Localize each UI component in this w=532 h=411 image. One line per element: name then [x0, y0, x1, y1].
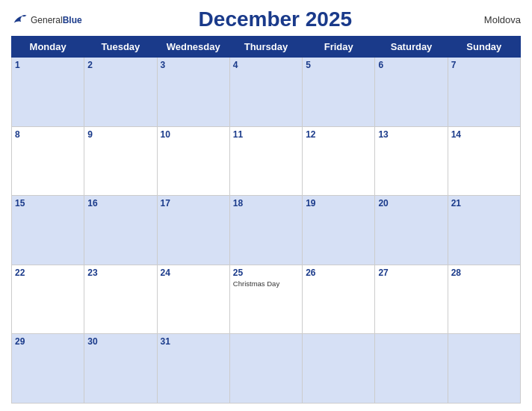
day-number: 27 — [378, 268, 444, 278]
calendar-day-cell: 17 — [157, 196, 229, 265]
day-number: 9 — [87, 129, 153, 140]
calendar-day-cell: 6 — [375, 58, 448, 127]
calendar-day-cell: 25Christmas Day — [229, 265, 302, 334]
calendar-day-cell: 23 — [84, 265, 157, 334]
calendar-day-cell: 8 — [12, 126, 84, 196]
holiday-label: Christmas Day — [233, 279, 299, 288]
day-number: 7 — [451, 60, 517, 70]
weekday-header-sunday: Sunday — [448, 37, 520, 58]
calendar-week-row: 1234567 — [12, 58, 521, 127]
calendar-day-cell: 10 — [157, 126, 229, 196]
calendar-week-row: 15161718192021 — [12, 196, 521, 265]
day-number: 25 — [233, 268, 299, 278]
calendar-day-cell: 5 — [303, 58, 375, 127]
day-number: 28 — [451, 268, 517, 278]
day-number: 2 — [87, 60, 153, 70]
calendar-title: December 2025 — [82, 7, 468, 31]
calendar-day-cell: 29 — [12, 334, 84, 404]
calendar-day-cell: 4 — [229, 58, 302, 127]
weekday-header-tuesday: Tuesday — [84, 37, 157, 58]
logo-general: General — [31, 15, 63, 25]
calendar-day-cell: 13 — [375, 126, 448, 196]
day-number: 31 — [161, 336, 226, 347]
day-number: 3 — [161, 60, 226, 70]
calendar-day-cell — [375, 334, 448, 404]
day-number: 23 — [87, 268, 153, 278]
country-label: Moldova — [468, 14, 521, 25]
calendar-day-cell: 21 — [448, 196, 520, 265]
day-number: 18 — [233, 198, 299, 208]
calendar-day-cell: 12 — [303, 126, 375, 196]
logo-blue: Blue — [63, 15, 82, 25]
day-number: 20 — [378, 198, 444, 208]
calendar-day-cell: 22 — [12, 265, 84, 334]
calendar-day-cell: 7 — [448, 58, 520, 127]
day-number: 14 — [451, 129, 517, 140]
weekday-header-wednesday: Wednesday — [157, 37, 229, 58]
day-number: 8 — [15, 129, 81, 140]
calendar-day-cell: 26 — [303, 265, 375, 334]
weekday-header-row: MondayTuesdayWednesdayThursdayFridaySatu… — [12, 37, 521, 58]
weekday-header-friday: Friday — [303, 37, 375, 58]
day-number: 6 — [378, 60, 444, 70]
day-number: 5 — [306, 60, 371, 70]
day-number: 15 — [15, 198, 81, 208]
calendar-day-cell: 2 — [84, 58, 157, 127]
calendar-day-cell: 31 — [157, 334, 229, 404]
calendar-day-cell: 27 — [375, 265, 448, 334]
day-number: 4 — [233, 60, 299, 70]
calendar-header: GeneralBlue December 2025 Moldova — [11, 7, 521, 31]
weekday-header-monday: Monday — [12, 37, 84, 58]
day-number: 17 — [161, 198, 226, 208]
day-number: 13 — [378, 129, 444, 140]
calendar-day-cell — [448, 334, 520, 404]
calendar-week-row: 22232425Christmas Day262728 — [12, 265, 521, 334]
calendar-day-cell: 1 — [12, 58, 84, 127]
weekday-header-saturday: Saturday — [375, 37, 448, 58]
calendar-table: MondayTuesdayWednesdayThursdayFridaySatu… — [11, 36, 521, 404]
calendar-day-cell: 9 — [84, 126, 157, 196]
day-number: 22 — [15, 268, 81, 278]
calendar-day-cell: 19 — [303, 196, 375, 265]
logo-text: GeneralBlue — [31, 13, 82, 26]
calendar-day-cell: 20 — [375, 196, 448, 265]
calendar-day-cell: 11 — [229, 126, 302, 196]
logo: GeneralBlue — [11, 13, 82, 26]
calendar-day-cell: 24 — [157, 265, 229, 334]
calendar-week-row: 891011121314 — [12, 126, 521, 196]
day-number: 11 — [233, 129, 299, 140]
day-number: 10 — [161, 129, 226, 140]
calendar-day-cell: 3 — [157, 58, 229, 127]
day-number: 12 — [306, 129, 371, 140]
calendar-day-cell: 28 — [448, 265, 520, 334]
day-number: 21 — [451, 198, 517, 208]
calendar-day-cell: 16 — [84, 196, 157, 265]
day-number: 26 — [306, 268, 371, 278]
calendar-day-cell: 18 — [229, 196, 302, 265]
day-number: 16 — [87, 198, 153, 208]
day-number: 30 — [87, 336, 153, 347]
weekday-header-thursday: Thursday — [229, 37, 302, 58]
calendar-day-cell: 15 — [12, 196, 84, 265]
calendar-day-cell — [303, 334, 375, 404]
day-number: 1 — [15, 60, 81, 70]
day-number: 24 — [161, 268, 226, 278]
calendar-day-cell: 14 — [448, 126, 520, 196]
calendar-day-cell — [229, 334, 302, 404]
calendar-week-row: 293031 — [12, 334, 521, 404]
day-number: 19 — [306, 198, 371, 208]
calendar-day-cell: 30 — [84, 334, 157, 404]
day-number: 29 — [15, 336, 81, 347]
logo-bird-icon — [11, 13, 28, 26]
